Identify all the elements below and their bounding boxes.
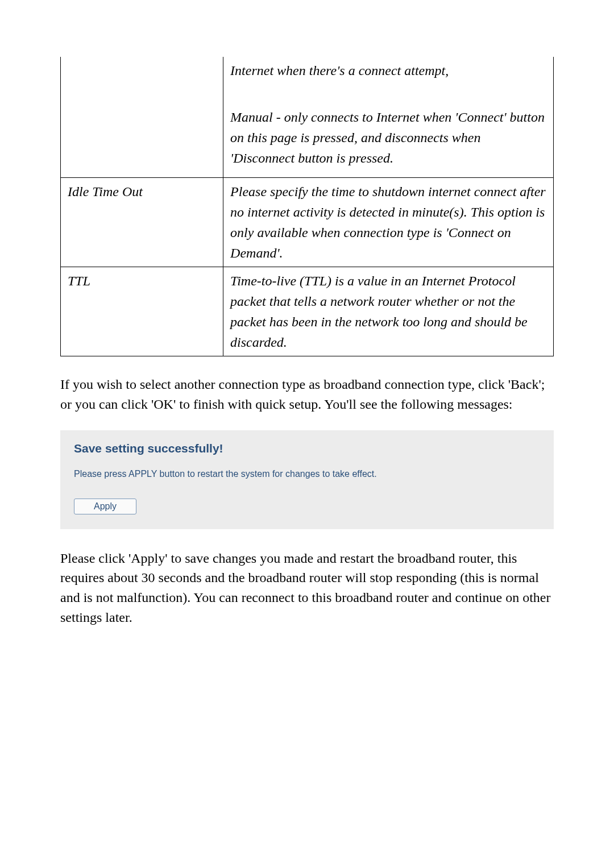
- table-cell-term: TTL: [61, 267, 223, 356]
- save-confirmation-panel: Save setting successfully! Please press …: [60, 430, 554, 529]
- table-cell-definition: Please specify the time to shutdown inte…: [223, 178, 554, 267]
- table-cell-definition: Time-to-live (TTL) is a value in an Inte…: [223, 267, 554, 356]
- definition-table: Internet when there's a connect attempt,…: [60, 57, 554, 356]
- instruction-paragraph: If you wish to select another connection…: [60, 375, 554, 414]
- table-cell-term: [61, 57, 223, 178]
- instruction-paragraph: Please click 'Apply' to save changes you…: [60, 549, 554, 628]
- definition-paragraph: Manual - only connects to Internet when …: [230, 107, 546, 168]
- apply-button[interactable]: Apply: [74, 499, 136, 514]
- table-cell-term: Idle Time Out: [61, 178, 223, 267]
- table-row: Internet when there's a connect attempt,…: [61, 57, 554, 178]
- table-row: Idle Time Out Please specify the time to…: [61, 178, 554, 267]
- table-cell-definition: Internet when there's a connect attempt,…: [223, 57, 554, 178]
- save-title: Save setting successfully!: [74, 442, 540, 455]
- save-message: Please press APPLY button to restart the…: [74, 469, 540, 479]
- table-row: TTL Time-to-live (TTL) is a value in an …: [61, 267, 554, 356]
- definition-paragraph: Internet when there's a connect attempt,: [230, 60, 546, 81]
